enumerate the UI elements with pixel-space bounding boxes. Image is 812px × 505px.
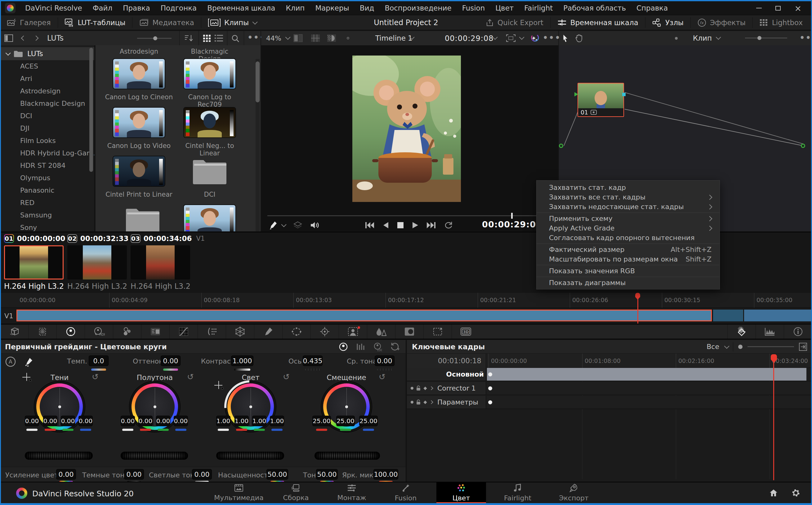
safe-area-icon[interactable] <box>506 34 516 42</box>
play-button[interactable] <box>412 221 419 229</box>
magic-mask-icon[interactable] <box>339 324 367 339</box>
keyframe-ruler[interactable]: 00:01:00:18 00:00:00:00 00:01:08:00 00:0… <box>407 354 812 368</box>
safe-area-chevron-down-icon[interactable] <box>519 34 525 40</box>
sidebar-item-dji[interactable]: DJI <box>0 122 94 135</box>
enable-dot-icon[interactable] <box>411 387 413 390</box>
gain-g[interactable]: 1.00 <box>252 416 266 426</box>
keyframe-track-corrector1[interactable]: Corrector 1 <box>407 382 812 395</box>
gain-b[interactable]: 1.00 <box>270 416 284 426</box>
list-view-icon[interactable] <box>215 34 223 42</box>
sidebar-item-hdr-st2084[interactable]: HDR ST 2084 <box>0 159 94 172</box>
maximize-button[interactable] <box>775 6 781 11</box>
warper-mesh-icon[interactable] <box>226 324 254 339</box>
menu-item-grab-still[interactable]: Захватить стат. кадр <box>537 183 720 192</box>
menu-item-scale-to-fit[interactable]: Масштабировать по размерам окнаShift+Z <box>537 255 720 264</box>
menu-fairlight[interactable]: Fairlight <box>519 4 558 12</box>
node-view-mode[interactable]: Клип <box>693 34 712 42</box>
timeline-panel-toggle[interactable]: Временная шкала <box>551 15 645 30</box>
gear-icon[interactable] <box>792 489 800 497</box>
shadows-value[interactable]: 0.00 <box>124 469 144 480</box>
clip-thumbnail[interactable] <box>131 245 190 280</box>
unmix-icon[interactable] <box>293 221 302 229</box>
pivot-value[interactable]: 0.435 <box>303 355 323 366</box>
scopes-panel-icon[interactable] <box>756 324 784 339</box>
timeline-clip-2[interactable] <box>713 310 743 321</box>
grab-still-icon[interactable] <box>269 221 277 229</box>
stereo-3d-icon[interactable]: 3D <box>452 324 480 339</box>
sidebar-scrollbar[interactable] <box>89 48 93 172</box>
clip-thumbnail[interactable] <box>67 245 127 280</box>
timeline-clip-selected[interactable] <box>16 310 712 321</box>
menu-item-show-rgb-values[interactable]: Показать значения RGB <box>537 266 720 276</box>
gamma-b[interactable]: 0.00 <box>174 416 188 426</box>
bars-mode-icon[interactable] <box>356 342 365 351</box>
menu-clip[interactable]: Клип <box>280 4 310 12</box>
viewer-zoom-level[interactable]: 44% <box>266 34 281 42</box>
video-frame[interactable] <box>352 55 461 202</box>
color-wheels-icon[interactable] <box>56 324 85 339</box>
keyframe-diamond-icon[interactable] <box>423 400 427 404</box>
keyframes-panel-icon[interactable] <box>727 324 756 339</box>
clip-card-2[interactable]: 02 00:00:32:33 V1 H.264 High L3.2 <box>67 233 128 290</box>
page-media[interactable]: Мультимедиа <box>212 482 265 503</box>
page-edit[interactable]: Монтаж <box>325 482 378 503</box>
lightbox-toggle[interactable]: Lightbox <box>753 15 812 30</box>
page-cut[interactable]: Сборка <box>269 482 322 503</box>
info-panel-icon[interactable] <box>784 324 812 339</box>
sidebar-item-panasonic[interactable]: Panasonic <box>0 184 94 197</box>
grid-compare-icon[interactable] <box>311 34 320 42</box>
resize-palette-icon[interactable] <box>423 324 452 339</box>
auto-balance-button[interactable]: A <box>5 356 16 367</box>
expand-panel-icon[interactable] <box>799 343 807 351</box>
page-fusion[interactable]: Fusion <box>379 482 432 503</box>
menu-davinci-resolve[interactable]: DaVinci Resolve <box>20 4 87 12</box>
menu-item-show-scopes[interactable]: Показать диаграммы <box>537 278 720 288</box>
node-options-icon[interactable]: ••• <box>800 33 812 42</box>
grid-view-icon[interactable] <box>203 34 211 42</box>
gamma-master-wheel[interactable] <box>121 452 188 460</box>
keyframe-track-master[interactable]: Основной <box>407 368 812 381</box>
contrast-value[interactable]: 1.000 <box>231 355 253 366</box>
split-screen-icon[interactable] <box>293 34 303 42</box>
wipe-compare-icon[interactable] <box>327 34 336 42</box>
step-back-button[interactable] <box>382 221 389 229</box>
sizing-palette-icon[interactable] <box>28 324 56 339</box>
sidebar-item-sony[interactable]: Sony <box>0 221 94 231</box>
page-deliver[interactable]: Экспорт <box>548 482 600 503</box>
sidebar-item-astrodesign[interactable]: Astrodesign <box>0 85 94 98</box>
node-mode-chevron-down-icon[interactable] <box>716 34 721 40</box>
menu-item-grab-all-stills[interactable]: Захватить все стат. кадры <box>537 192 720 202</box>
tint-value[interactable]: 0.00 <box>161 355 181 366</box>
camera-raw-icon[interactable] <box>0 324 28 339</box>
go-to-start-button[interactable] <box>365 221 374 229</box>
color-warper-icon[interactable] <box>198 324 226 339</box>
lut-thumb-partial[interactable] <box>183 204 236 231</box>
stop-button[interactable] <box>397 222 404 228</box>
loop-button[interactable] <box>444 221 453 229</box>
grid-scrollbar[interactable] <box>255 61 260 102</box>
menu-markers[interactable]: Маркеры <box>310 4 354 12</box>
enhance-icon[interactable] <box>531 34 539 42</box>
color-boost-value[interactable]: 0.00 <box>56 469 76 480</box>
menu-item-apply-active-grade[interactable]: Apply Active Grade <box>537 223 720 233</box>
gamma-r[interactable]: 0.00 <box>138 416 153 426</box>
clip-thumbnail[interactable] <box>4 245 63 280</box>
lut-thumb-canon-cineon[interactable] <box>113 58 165 89</box>
sidebar-item-arri[interactable]: Arri <box>0 72 94 85</box>
menu-playback[interactable]: Воспроизведение <box>379 4 456 12</box>
hdr-wheels-icon[interactable]: HDR <box>85 324 113 339</box>
power-window-icon[interactable] <box>282 324 311 339</box>
lut-thumb-cintel-print[interactable] <box>113 156 165 187</box>
kf-zoom-handle[interactable] <box>738 345 743 349</box>
lock-icon[interactable] <box>416 399 421 405</box>
lum-mix-value[interactable]: 100.00 <box>373 469 398 480</box>
gamma-y[interactable]: 0.00 <box>121 416 135 426</box>
enable-dot-icon[interactable] <box>411 401 413 403</box>
go-to-end-button[interactable] <box>427 221 436 229</box>
clips-toggle[interactable]: Клипы <box>201 15 263 30</box>
nav-back-icon[interactable] <box>21 36 26 41</box>
viewer-timecode[interactable]: 00:00:29:08 <box>445 34 493 43</box>
wheel-reset-icon[interactable]: ↺ <box>187 372 194 381</box>
gain-y[interactable]: 1.00 <box>216 416 230 426</box>
keyframe-track-params[interactable]: Параметры <box>407 396 812 409</box>
